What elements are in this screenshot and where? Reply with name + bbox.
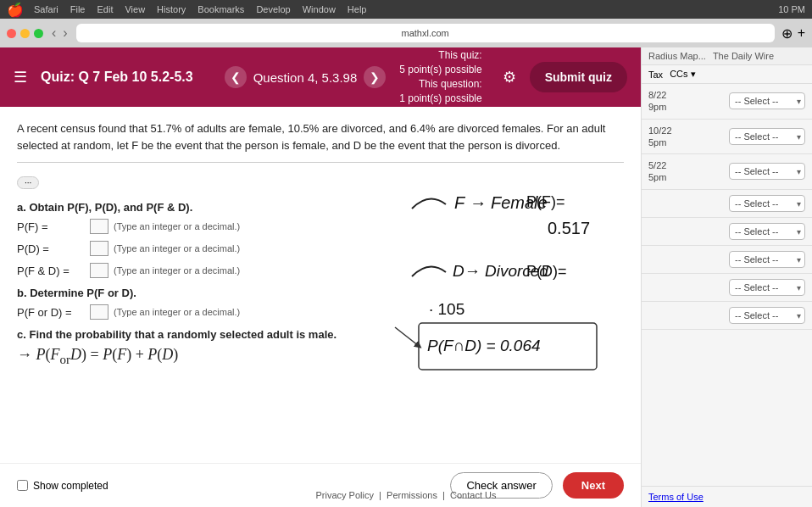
- part-b-label: b. Determine P(F or D).: [17, 287, 373, 299]
- quiz-body: A recent census found that 51.7% of adul…: [0, 107, 641, 463]
- select-dropdown-2[interactable]: -- Select --: [729, 163, 805, 180]
- handwriting-svg: F → Female P(F)= 0.517 D→ Divorced P(D)=…: [378, 158, 624, 463]
- more-button[interactable]: ···: [17, 176, 39, 189]
- quiz-footer: Show completed Check answer Next: [0, 463, 641, 507]
- select-wrapper-6: -- Select --: [729, 279, 805, 296]
- problem-text: A recent census found that 51.7% of adul…: [17, 120, 624, 163]
- sidebar-row-2: 5/225pm -- Select --: [642, 154, 812, 190]
- close-button[interactable]: [7, 29, 16, 38]
- pfd-input[interactable]: [90, 263, 108, 278]
- sidebar-top-label2: The Daily Wire: [713, 51, 774, 61]
- sidebar-row-1: 10/225pm -- Select --: [642, 120, 812, 155]
- settings-icon[interactable]: ⚙: [503, 68, 516, 86]
- pfd-hint: (Type an integer or a decimal.): [114, 265, 240, 276]
- browser-chrome: ‹ › mathxl.com ⊕ +: [0, 19, 812, 47]
- handwriting-area: F → Female P(F)= 0.517 D→ Divorced P(D)=…: [378, 158, 624, 463]
- pford-hint: (Type an integer or a decimal.): [114, 307, 240, 317]
- svg-text:D→ Divorced: D→ Divorced: [453, 262, 549, 280]
- maximize-button[interactable]: [34, 29, 43, 38]
- c-formula: → P(ForD) = P(F) + P(D): [17, 346, 373, 367]
- sidebar-row-6: -- Select --: [642, 274, 812, 302]
- browser-navigation: ‹ ›: [50, 25, 70, 41]
- ccs-dropdown[interactable]: CCs ▾: [670, 69, 695, 80]
- browser-controls: ⊕ +: [781, 25, 805, 42]
- forward-button[interactable]: ›: [61, 25, 69, 41]
- prev-question-button[interactable]: ❮: [225, 66, 247, 88]
- problem-parts: a. Obtain P(F), P(D), and P(F & D). P(F)…: [17, 201, 373, 367]
- page-footer: Privacy Policy | Permissions | Contact U…: [0, 490, 641, 500]
- menu-develop[interactable]: Develop: [256, 4, 290, 14]
- contact-us-link[interactable]: Contact Us: [450, 490, 496, 500]
- pf-row: P(F) = (Type an integer or a decimal.): [17, 219, 373, 234]
- sidebar-top-bar: Radius Map... The Daily Wire: [642, 47, 812, 65]
- quiz-panel: ☰ Quiz: Q 7 Feb 10 5.2-5.3 ❮ Question 4,…: [0, 47, 641, 507]
- svg-text:P(F∩D) = 0.064: P(F∩D) = 0.064: [427, 337, 541, 354]
- select-dropdown-3[interactable]: -- Select --: [729, 195, 805, 212]
- sidebar-row-4: -- Select --: [642, 218, 812, 246]
- menu-view[interactable]: View: [125, 4, 145, 14]
- part-a-label: a. Obtain P(F), P(D), and P(F & D).: [17, 201, 373, 214]
- sidebar-row-7: -- Select --: [642, 302, 812, 330]
- select-dropdown-1[interactable]: -- Select --: [729, 128, 805, 145]
- mac-menu: Safari File Edit View History Bookmarks …: [34, 4, 366, 14]
- quiz-header: ☰ Quiz: Q 7 Feb 10 5.2-5.3 ❮ Question 4,…: [0, 47, 641, 107]
- permissions-link[interactable]: Permissions: [387, 490, 437, 500]
- pfd-label: P(F & D) =: [17, 265, 85, 277]
- select-dropdown-4[interactable]: -- Select --: [729, 223, 805, 240]
- menu-file[interactable]: File: [70, 4, 86, 14]
- row-label-1: 10/225pm: [648, 125, 724, 149]
- svg-rect-6: [419, 323, 597, 370]
- select-wrapper-2: -- Select --: [729, 163, 805, 180]
- clock: 10 PM: [778, 4, 805, 14]
- quiz-info: This quiz: 5 point(s) possible This ques…: [399, 48, 481, 105]
- main-content: ☰ Quiz: Q 7 Feb 10 5.2-5.3 ❮ Question 4,…: [0, 47, 812, 507]
- select-wrapper-4: -- Select --: [729, 223, 805, 240]
- pd-hint: (Type an integer or a decimal.): [114, 243, 240, 254]
- menu-bookmarks[interactable]: Bookmarks: [197, 4, 244, 14]
- quiz-title: Quiz: Q 7 Feb 10 5.2-5.3: [41, 69, 193, 85]
- menu-window[interactable]: Window: [303, 4, 336, 14]
- select-dropdown-5[interactable]: -- Select --: [729, 251, 805, 268]
- submit-quiz-button[interactable]: Submit quiz: [530, 62, 627, 92]
- sidebar-rows: 8/229pm -- Select -- 10/225pm -- Select …: [642, 84, 812, 486]
- next-question-button[interactable]: ❯: [364, 66, 386, 88]
- pd-input[interactable]: [90, 241, 108, 256]
- pd-row: P(D) = (Type an integer or a decimal.): [17, 241, 373, 256]
- pf-hint: (Type an integer or a decimal.): [114, 221, 240, 231]
- select-dropdown-0[interactable]: -- Select --: [729, 92, 805, 109]
- svg-text:· 105: · 105: [429, 300, 464, 318]
- select-wrapper-7: -- Select --: [729, 307, 805, 324]
- menu-edit[interactable]: Edit: [97, 4, 113, 14]
- right-sidebar: Radius Map... The Daily Wire Tax CCs ▾ 8…: [641, 47, 812, 507]
- select-dropdown-6[interactable]: -- Select --: [729, 279, 805, 296]
- pford-input[interactable]: [90, 304, 108, 320]
- tab-count: +: [798, 25, 805, 41]
- back-button[interactable]: ‹: [50, 25, 58, 41]
- menu-safari[interactable]: Safari: [34, 4, 58, 14]
- menu-help[interactable]: Help: [348, 4, 367, 14]
- traffic-lights: [7, 29, 43, 38]
- pd-label: P(D) =: [17, 242, 85, 255]
- select-wrapper-1: -- Select --: [729, 128, 805, 145]
- privacy-policy-link[interactable]: Privacy Policy: [316, 490, 374, 500]
- question-label: Question 4, 5.3.98: [253, 70, 358, 85]
- select-wrapper-3: -- Select --: [729, 195, 805, 212]
- address-bar[interactable]: mathxl.com: [76, 24, 775, 42]
- sidebar-tax-row: Tax CCs ▾: [642, 65, 812, 84]
- menu-history[interactable]: History: [157, 4, 186, 14]
- row-label-2: 5/225pm: [648, 159, 724, 184]
- minimize-button[interactable]: [20, 29, 30, 38]
- select-wrapper-5: -- Select --: [729, 251, 805, 268]
- select-dropdown-7[interactable]: -- Select --: [729, 307, 805, 324]
- pf-input[interactable]: [90, 219, 108, 234]
- hamburger-menu-icon[interactable]: ☰: [14, 68, 27, 86]
- sidebar-row-3: -- Select --: [642, 190, 812, 218]
- sidebar-row-5: -- Select --: [642, 246, 812, 274]
- part-c-label: c. Find the probability that a randomly …: [17, 328, 373, 341]
- select-wrapper-0: -- Select --: [729, 92, 805, 109]
- svg-text:P(D)=: P(D)=: [526, 263, 567, 280]
- svg-text:F → Female: F → Female: [454, 193, 548, 212]
- row-label-0: 8/229pm: [648, 89, 724, 114]
- share-icon[interactable]: ⊕: [781, 25, 793, 42]
- svg-text:0.517: 0.517: [548, 219, 590, 237]
